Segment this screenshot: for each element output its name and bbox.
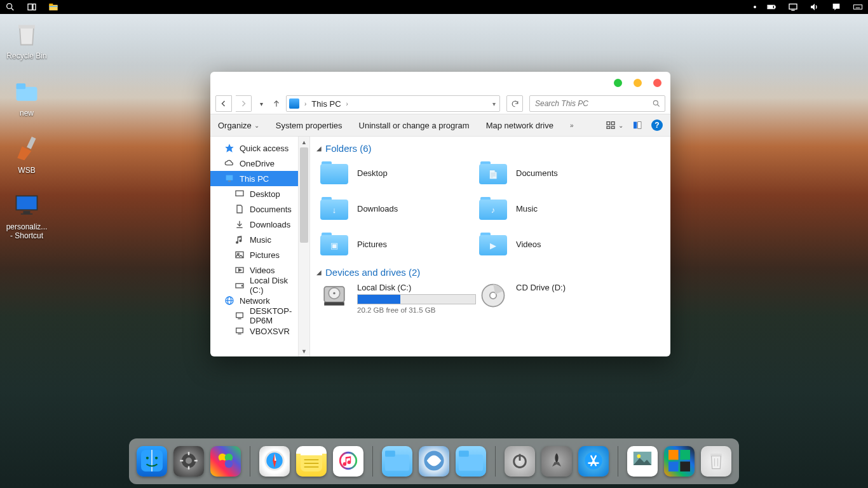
sidebar-item-label: Quick access (240, 144, 288, 153)
dock-photo[interactable] (627, 446, 658, 477)
sidebar-item-label: Local Disk (C:) (250, 276, 299, 295)
svg-rect-22 (17, 83, 26, 89)
dock-yosemite[interactable] (419, 446, 449, 477)
folders-group-header[interactable]: ◢ Folders (6) (316, 143, 664, 154)
sidebar-item-desktop-dp6m[interactable]: DESKTOP-DP6M (210, 308, 299, 323)
dock-notes[interactable] (296, 446, 327, 477)
svg-point-83 (338, 451, 358, 470)
dock-grid[interactable] (664, 446, 695, 477)
folder-documents[interactable]: 📄Documents (479, 159, 638, 187)
action-center-icon[interactable] (830, 1, 843, 13)
scroll-down-button[interactable]: ▼ (299, 346, 309, 356)
drives-group-header[interactable]: ◢ Devices and drives (2) (316, 267, 664, 278)
folder-videos[interactable]: ▶Videos (479, 230, 638, 258)
brush-icon (11, 133, 42, 164)
svg-rect-23 (27, 137, 36, 149)
scroll-thumb[interactable] (300, 147, 308, 243)
close-button[interactable] (653, 79, 661, 87)
dock-settings[interactable] (173, 446, 204, 477)
sidebar-item-label: VBOXSVR (250, 327, 290, 336)
sidebar-item-desktop[interactable]: Desktop (210, 186, 299, 201)
drive-cd-drive-d-[interactable]: CD Drive (D:) (479, 283, 638, 314)
dock-folder[interactable] (382, 446, 412, 477)
sidebar-item-vboxsvr[interactable]: VBOXSVR (210, 323, 299, 339)
back-button[interactable] (215, 95, 232, 112)
map-network-drive-button[interactable]: Map network drive (486, 121, 553, 130)
address-bar[interactable]: › This PC › ▾ (286, 95, 500, 112)
sidebar-item-quick-access[interactable]: Quick access (210, 140, 299, 156)
folder-icon: ▶ (479, 233, 507, 255)
sidebar-item-music[interactable]: Music (210, 232, 299, 247)
preview-pane-button[interactable] (632, 120, 642, 130)
desktop-icon-recycle-bin[interactable]: Recycle Bin (3, 19, 51, 61)
dock-finder[interactable] (137, 446, 167, 477)
search-input[interactable] (534, 98, 652, 109)
safari-icon (264, 450, 285, 473)
forward-button[interactable] (236, 95, 252, 112)
search-icon (652, 99, 661, 108)
desktop-icon-new-folder[interactable]: new (3, 76, 51, 118)
folder-music[interactable]: ♪Music (479, 194, 638, 222)
volume-icon[interactable] (808, 1, 821, 13)
dock-game[interactable] (210, 446, 241, 477)
display-icon[interactable] (787, 1, 799, 13)
drive-label: CD Drive (D:) (516, 283, 638, 292)
sidebar-item-label: Music (250, 235, 271, 245)
minimize-button[interactable] (614, 79, 622, 87)
appstore-icon (584, 451, 603, 472)
sidebar-scrollbar[interactable]: ▲ ▼ (298, 137, 309, 356)
yosemite-icon (423, 450, 445, 473)
dock-launch[interactable] (541, 446, 572, 477)
pic-icon (234, 250, 245, 260)
uninstall-button[interactable]: Uninstall or change a program (359, 121, 470, 130)
svg-point-47 (241, 285, 242, 286)
file-explorer-taskbar-icon[interactable] (47, 1, 60, 13)
folder-pictures[interactable]: ▣Pictures (320, 230, 479, 258)
sidebar-item-documents[interactable]: Documents (210, 201, 299, 217)
dock-itunes[interactable] (333, 446, 363, 477)
folder-desktop[interactable]: Desktop (320, 159, 479, 187)
desktop-icon-wsb[interactable]: WSB (3, 133, 51, 175)
task-view-icon[interactable] (25, 1, 38, 13)
drive-local-disk-c-[interactable]: Local Disk (C:)20.2 GB free of 31.5 GB (320, 283, 479, 314)
sidebar-item-label: Documents (250, 205, 292, 214)
up-button[interactable] (271, 96, 282, 111)
desktop-icon-personalize[interactable]: personaliz...- Shortcut (3, 190, 51, 241)
scroll-up-button[interactable]: ▲ (299, 137, 309, 147)
recent-locations-button[interactable]: ▾ (255, 96, 267, 111)
tray-dot-icon[interactable] (754, 6, 756, 8)
organize-menu[interactable]: Organize⌄ (218, 121, 259, 130)
sidebar-item-pictures[interactable]: Pictures (210, 247, 299, 262)
keyboard-icon[interactable] (851, 1, 864, 13)
svg-rect-39 (236, 191, 243, 196)
content-pane: ◢ Folders (6) Desktop📄Documents↓Download… (310, 137, 670, 356)
sidebar-item-local-disk-c-[interactable]: Local Disk (C:) (210, 278, 299, 293)
monitor-icon (11, 190, 42, 220)
refresh-button[interactable] (506, 95, 523, 112)
sidebar-item-onedrive[interactable]: OneDrive (210, 156, 299, 171)
more-commands-button[interactable]: » (570, 122, 574, 129)
svg-rect-24 (17, 196, 37, 210)
dock-safari[interactable] (259, 446, 290, 477)
system-properties-button[interactable]: System properties (276, 121, 342, 130)
sidebar-item-this-pc[interactable]: This PC (210, 171, 299, 186)
svg-rect-30 (607, 122, 610, 125)
help-button[interactable]: ? (651, 119, 663, 131)
titlebar[interactable] (210, 72, 670, 93)
taskbar (0, 0, 868, 14)
desktop-icon-label: new (3, 109, 51, 118)
dock-appstore[interactable] (578, 446, 609, 477)
sidebar-item-downloads[interactable]: Downloads (210, 217, 299, 232)
dock-power[interactable] (505, 446, 535, 477)
dock-trash[interactable] (701, 446, 731, 477)
search-box[interactable] (529, 95, 665, 112)
maximize-button[interactable] (634, 79, 642, 87)
battery-icon[interactable] (765, 1, 778, 13)
game-icon (216, 451, 235, 472)
search-icon[interactable] (4, 1, 17, 13)
view-options-button[interactable]: ⌄ (606, 120, 623, 130)
dock-folder[interactable] (456, 446, 486, 477)
chevron-down-icon[interactable]: ▾ (491, 100, 497, 107)
folder-downloads[interactable]: ↓Downloads (320, 194, 479, 222)
star-icon (224, 143, 234, 153)
